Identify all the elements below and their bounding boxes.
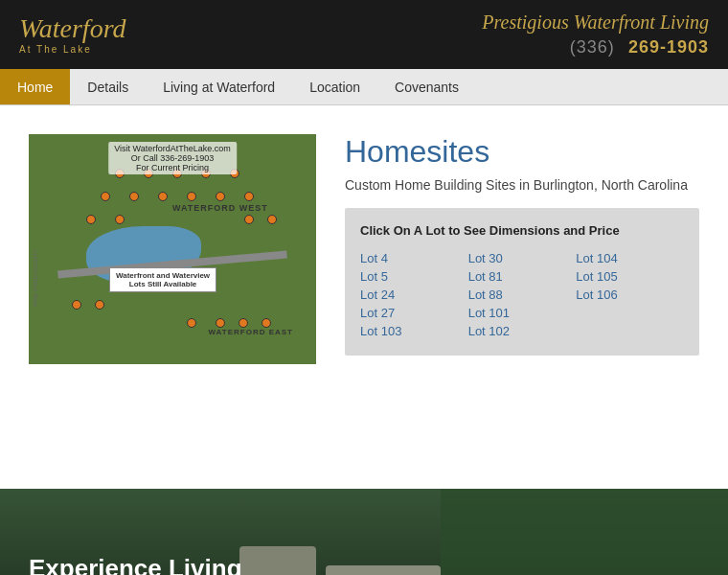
lot-link-101[interactable]: Lot 101 [468, 304, 577, 322]
map-container: Visit WaterfordAtTheLake.com Or Call 336… [29, 134, 316, 470]
lot-dot [72, 300, 81, 310]
bottom-heading-line1: Experience Living [29, 554, 242, 575]
nav-item-home[interactable]: Home [0, 69, 70, 104]
lot-link-5[interactable]: Lot 5 [360, 267, 468, 286]
bottom-trees [441, 489, 728, 575]
navigation: Home Details Living at Waterford Locatio… [0, 69, 728, 105]
lots-column-3: Lot 104 Lot 105 Lot 106 [576, 249, 684, 340]
lot-dot [244, 215, 254, 224]
lot-link-24[interactable]: Lot 24 [360, 286, 468, 304]
lot-dot [239, 318, 248, 328]
county-label: PINE FORD COUNTY [33, 249, 38, 307]
map-overlay-text: Visit WaterfordAtTheLake.com Or Call 336… [108, 142, 237, 174]
lot-dot [101, 192, 110, 201]
lot-dot [244, 192, 254, 201]
lot-dot [86, 215, 96, 224]
nav-item-living[interactable]: Living at Waterford [146, 69, 292, 104]
phone-number: 269-1903 [628, 37, 709, 57]
lot-dot [158, 192, 168, 201]
bottom-stone-left [239, 546, 316, 575]
logo-text: Waterford [19, 15, 126, 42]
map-background: Visit WaterfordAtTheLake.com Or Call 336… [29, 134, 316, 364]
waterfront-line2: Lots Still Available [116, 280, 210, 288]
bottom-text: Experience Living at its Best in One [29, 554, 242, 575]
lot-link-103[interactable]: Lot 103 [360, 322, 468, 340]
map-pricing-text: For Current Pricing [114, 163, 231, 172]
lot-link-27[interactable]: Lot 27 [360, 304, 468, 322]
lot-dot [267, 215, 277, 224]
lot-dot [187, 318, 196, 328]
lot-dot [129, 192, 139, 201]
lot-link-106[interactable]: Lot 106 [576, 286, 684, 304]
map-label-west: WATERFORD WEST [172, 203, 268, 213]
header: Waterford At The Lake Prestigious Waterf… [0, 0, 728, 69]
bottom-section: Experience Living at its Best in One [0, 489, 728, 575]
header-tagline: Prestigious Waterfront Living [482, 12, 709, 34]
lot-link-4[interactable]: Lot 4 [360, 249, 468, 267]
lot-dot [216, 318, 225, 328]
nav-item-details[interactable]: Details [70, 69, 146, 104]
nav-item-covenants[interactable]: Covenants [377, 69, 476, 104]
homesites-title: Homesites [345, 134, 699, 170]
header-right: Prestigious Waterfront Living (336) 269-… [482, 12, 709, 58]
lots-column-2: Lot 30 Lot 81 Lot 88 Lot 101 Lot 102 [468, 249, 577, 340]
lots-grid: Lot 4 Lot 5 Lot 24 Lot 27 Lot 103 Lot 30… [360, 249, 684, 340]
map-image: Visit WaterfordAtTheLake.com Or Call 336… [29, 134, 316, 364]
homesites-subtitle: Custom Home Building Sites in Burlington… [345, 177, 699, 193]
map-visit-text: Visit WaterfordAtTheLake.com [114, 144, 231, 153]
lot-link-30[interactable]: Lot 30 [468, 249, 577, 267]
lots-column-1: Lot 4 Lot 5 Lot 24 Lot 27 Lot 103 [360, 249, 468, 340]
lot-link-105[interactable]: Lot 105 [576, 267, 684, 286]
lots-box: Click On A Lot to See Dimensions and Pri… [345, 208, 699, 356]
map-call-text: Or Call 336-269-1903 [114, 153, 231, 163]
waterfront-line1: Waterfront and Waterview [116, 271, 210, 280]
map-label-east: WATERFORD EAST [208, 328, 293, 336]
bottom-stone-right [326, 565, 441, 575]
logo-area: Waterford At The Lake [19, 15, 126, 55]
lot-link-104[interactable]: Lot 104 [576, 249, 684, 267]
lot-link-81[interactable]: Lot 81 [468, 267, 577, 286]
lots-box-title: Click On A Lot to See Dimensions and Pri… [360, 223, 684, 238]
phone-prefix: (336) [570, 37, 615, 57]
lot-dot [187, 192, 196, 201]
right-content: Homesites Custom Home Building Sites in … [345, 134, 699, 470]
main-content: Visit WaterfordAtTheLake.com Or Call 336… [0, 105, 728, 489]
header-phone: (336) 269-1903 [482, 34, 709, 58]
lot-link-88[interactable]: Lot 88 [468, 286, 577, 304]
lot-dot [262, 318, 271, 328]
map-waterfront-label: Waterfront and Waterview Lots Still Avai… [109, 267, 216, 292]
logo-subtitle: At The Lake [19, 44, 92, 55]
lot-dot [95, 300, 104, 310]
lot-dot [115, 215, 125, 224]
lot-dot [216, 192, 225, 201]
nav-item-location[interactable]: Location [292, 69, 377, 104]
lot-link-102[interactable]: Lot 102 [468, 322, 577, 340]
